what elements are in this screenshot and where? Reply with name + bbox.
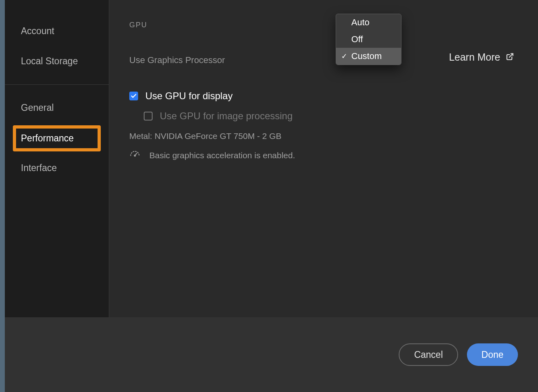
use-gpu-display-row: Use GPU for display (129, 90, 514, 102)
svg-point-2 (134, 155, 135, 156)
sidebar-item-label: Performance (21, 133, 74, 144)
dropdown-option-auto[interactable]: Auto (336, 14, 401, 31)
sidebar-item-local-storage[interactable]: Local Storage (5, 46, 109, 76)
gpu-status-row: Basic graphics acceleration is enabled. (129, 149, 514, 162)
dropdown-option-off[interactable]: Off (336, 31, 401, 48)
dropdown-option-custom[interactable]: ✓ Custom (336, 48, 401, 65)
done-button[interactable]: Done (467, 343, 518, 366)
use-gpu-image-row: Use GPU for image processing (144, 110, 514, 122)
svg-line-0 (509, 54, 513, 57)
sidebar-item-label: General (21, 102, 54, 113)
sidebar-item-account[interactable]: Account (5, 16, 109, 46)
dialog-footer: Cancel Done (0, 317, 538, 392)
use-gpu-display-checkbox[interactable] (129, 92, 138, 100)
cancel-button-label: Cancel (414, 349, 443, 360)
annotation-highlight: Performance (13, 125, 101, 151)
check-icon: ✓ (340, 52, 348, 61)
learn-more-link[interactable]: Learn More (449, 51, 514, 63)
dropdown-option-label: Off (351, 34, 363, 45)
external-link-icon (506, 51, 514, 63)
use-gpu-display-label: Use GPU for display (145, 90, 232, 102)
dropdown-option-label: Auto (351, 17, 369, 28)
section-heading-gpu: GPU (129, 21, 514, 29)
sidebar-item-general[interactable]: General (5, 93, 109, 123)
learn-more-label: Learn More (449, 51, 500, 63)
gpu-info-text: Metal: NVIDIA GeForce GT 750M - 2 GB (129, 131, 514, 141)
sidebar-divider (5, 84, 109, 85)
sidebar-item-label: Account (21, 26, 54, 36)
sidebar-item-performance[interactable]: Performance Performance (5, 123, 109, 153)
graphics-processor-dropdown[interactable]: Auto Off ✓ Custom (336, 14, 401, 65)
use-gpu-image-label: Use GPU for image processing (160, 110, 293, 122)
preferences-sidebar: Account Local Storage General Performanc… (5, 0, 109, 317)
sidebar-item-interface[interactable]: Interface (5, 153, 109, 183)
use-graphics-processor-label: Use Graphics Processor (129, 55, 225, 65)
sidebar-item-label: Local Storage (21, 56, 78, 66)
gauge-icon (129, 149, 141, 162)
cancel-button[interactable]: Cancel (399, 343, 458, 366)
sidebar-item-label: Interface (21, 163, 57, 173)
dropdown-option-label: Custom (351, 51, 382, 61)
performance-panel: GPU Use Graphics Processor Learn More (109, 0, 538, 317)
done-button-label: Done (481, 349, 503, 360)
gpu-status-text: Basic graphics acceleration is enabled. (149, 151, 295, 160)
use-gpu-image-checkbox[interactable] (144, 112, 153, 120)
